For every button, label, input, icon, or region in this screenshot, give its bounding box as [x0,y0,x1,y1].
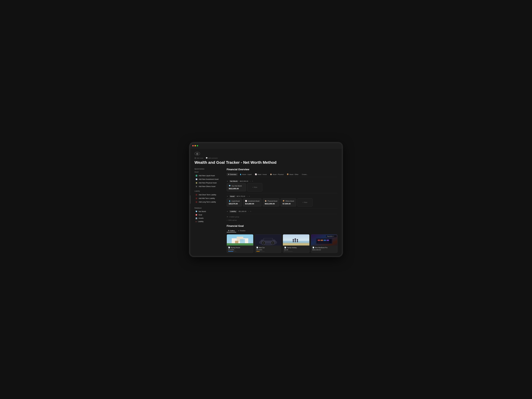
add-group-icon: + [227,219,228,221]
mid-term-icon: ⚠ [195,197,197,200]
liability-options[interactable]: ··· [248,210,249,212]
gallery-grid: 📄 Buying House 61.623% [227,234,337,253]
asset-new-card[interactable]: + New [297,198,313,207]
liquid-asset-card[interactable]: 💧 Liquid Asset $30,575.00 [227,198,242,207]
asset-add[interactable]: + [249,195,250,197]
tab-overview[interactable]: ⊕ Overview [227,173,238,176]
target-icon: 🎯 [195,214,197,216]
tab-asset-physical[interactable]: 🏠 Asset - Physical [269,173,285,176]
macbook-card[interactable]: Reposition ✏ ··· 📄 New MacBook Pro $562,… [311,234,338,253]
new-car-card[interactable]: 📄 New Car 40.025% [255,234,282,253]
family-holiday-image [283,234,309,246]
add-cover-button[interactable]: 🖼 Add cover [195,157,203,159]
maximize-dot[interactable] [197,145,198,146]
buying-house-card[interactable]: 📄 Buying House 61.623% [227,234,253,253]
new-car-info: 📄 New Car 40.025% [255,246,281,253]
others-asset-icon: ■ [195,185,197,188]
new-car-progress [256,251,265,252]
tab-gallery[interactable]: ⊞ Gallery [227,229,236,232]
net-worth-add[interactable]: + [252,180,253,182]
comment-icon: 💬 [206,157,208,159]
top-bar [190,143,342,149]
liability-chevron: ▼ [227,211,228,212]
liability-add[interactable]: + [250,210,251,212]
db-assets[interactable]: 🏦 Assets [195,216,222,220]
page-title: Wealth and Goal Tracker - Net Worth Meth… [195,160,337,165]
db-goal[interactable]: 🎯 Goal [195,213,222,216]
db-net-worth[interactable]: 💎 Net Worth [195,210,222,213]
add-investment-asset-button[interactable]: 📈 Add New Investment Asset [195,177,222,181]
svg-rect-5 [240,239,245,243]
family-holiday-info: 📄 Family Holiday $0.00 [283,246,309,253]
net-worth-group-row[interactable]: ▼ Net Worth $622,955.00 ··· + [227,179,337,183]
others-asset-card[interactable]: 📦 Others Asset $7,500.00 [280,198,296,207]
svg-rect-28 [321,240,323,241]
your-net-worth-card[interactable]: 💎 Your Net Worth $622,955.00 [227,183,246,191]
device-frame: ◎ 🖼 Add cover 💬 Add comment Wealth and G… [190,143,342,256]
physical-asset-label: Add New Physical Asset [199,182,216,184]
invest-card-header: 📈 Investment Asset [245,200,260,202]
buying-house-fill [228,251,233,252]
asset-options[interactable]: ··· [247,195,248,197]
macbook-info: 📄 New MacBook Pro $562,000.00 [311,246,337,252]
database-label: Database [195,207,222,209]
investment-asset-card[interactable]: 📈 Investment Asset $14,680.00 [243,198,262,207]
long-term-label: Add Long Term Liability [199,201,216,203]
db-liability[interactable]: ⚠ Liability [195,220,222,223]
tab-more[interactable]: 3 more... [300,173,309,176]
close-dot[interactable] [192,145,194,146]
family-holiday-card[interactable]: 📄 Family Holiday $0.00 [283,234,310,253]
main-layout: Quick Action Asset 💧 Add New Liquid Asse… [195,168,337,253]
add-mid-term-liability-button[interactable]: ⚠ Add Mid Term Liability [195,196,222,200]
image-icon: 🖼 [195,157,196,159]
tab-asset-liquid[interactable]: 💧 Asset - Liquid [238,173,253,176]
svg-rect-27 [317,240,320,241]
others-card-icon: 📦 [283,200,285,202]
other-icon: 📦 [287,173,289,175]
svg-rect-29 [323,240,326,241]
liquid-card-icon: 💧 [229,200,231,202]
liability-group-tag: Liability [229,210,237,213]
page-icon-sm4: 📄 [312,247,314,248]
divider-1 [227,193,337,193]
financial-goal-title: Financial Goal [227,225,337,228]
add-comment-button[interactable]: 💬 Add comment [206,157,218,159]
svg-point-22 [293,239,294,240]
svg-rect-17 [283,241,309,243]
add-group-button[interactable]: + Add a group [227,218,337,222]
family-holiday-name: 📄 Family Holiday [284,247,308,248]
asset-group-tag: Asset [229,195,235,197]
add-long-term-liability-button[interactable]: ⚠ Add Long Term Liability [195,200,222,204]
net-worth-new-card[interactable]: + New [247,183,262,191]
tab-asset-invest[interactable]: 📈 Asset - Invest [253,173,268,176]
tab-asset-other[interactable]: 📦 Asset - Other [285,173,300,176]
left-panel: Quick Action Asset 💧 Add New Liquid Asse… [195,168,222,253]
card-header: 💎 Your Net Worth [229,185,244,187]
new-car-value: 40.025% [256,249,280,251]
investment-asset-label: Add New Investment Asset [199,178,218,180]
add-short-term-liability-button[interactable]: ⚠ Add Short Term Liability [195,193,222,196]
svg-point-13 [272,242,273,244]
liability-amount: -$51,800.00 [238,211,246,212]
db-liability-label: Liability [198,221,203,222]
physical-icon: 🏠 [270,173,272,175]
add-liquid-asset-button[interactable]: 💧 Add New Liquid Asset [195,174,222,177]
add-others-asset-button[interactable]: ■ Add New Others Asset [195,185,222,188]
buying-house-image [227,234,253,246]
reposition-badge[interactable]: Reposition ✏ ··· [326,235,336,237]
macbook-value: $562,000.00 [312,249,336,251]
add-physical-asset-button[interactable]: 🏠 Add New Physical Asset [195,181,222,185]
physical-asset-card[interactable]: 🏠 Physical Asset $622,000.00 [263,198,279,207]
warning-icon: ⚠ [195,221,197,222]
hidden-group-text: 1 hidden group [229,216,239,218]
net-worth-options[interactable]: ··· [250,180,251,182]
liability-group-row[interactable]: ▼ Liability -$51,800.00 ··· + [227,209,337,213]
others-card-header: 📦 Others Asset [283,200,294,202]
tab-timeline[interactable]: ≡ Timeline [237,229,247,232]
svg-rect-30 [326,240,329,241]
invest-icon: 📈 [255,173,257,175]
family-holiday-progress [284,251,293,252]
minimize-dot[interactable] [195,145,196,146]
hidden-group[interactable]: 👁 1 hidden group [227,215,337,218]
asset-group-row[interactable]: ▼ Asset $674,755.00 ··· + [227,194,337,198]
